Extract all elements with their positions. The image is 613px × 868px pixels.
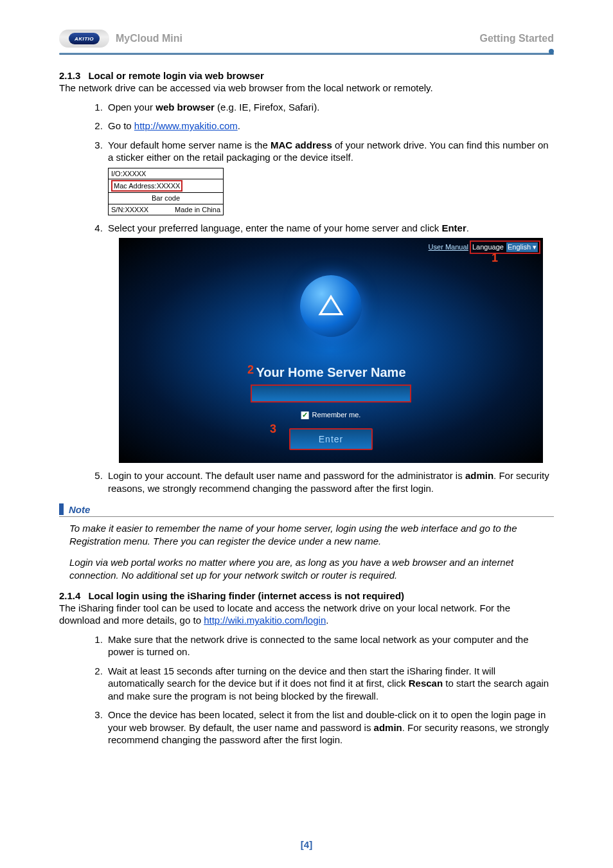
remember-me[interactable]: ✓ Remember me. [301,410,361,419]
step-4: Select your preferred language, enter th… [105,222,554,464]
language-value: English [508,242,531,251]
portal-topbar: User Manual Language English ▾ [429,240,540,253]
section-214-number: 2.1.4 [59,590,80,601]
portal-logo-icon [300,275,362,337]
step-2-text-a: Go to [108,120,134,131]
step-5-text-a: Login to your account. The default user … [108,470,465,481]
sticker-sn-row: S/N:XXXXX Made in China [109,204,223,215]
step-1-text-a: Open your [108,102,155,113]
myakitio-link[interactable]: http://www.myakitio.com [134,120,238,131]
section-214-intro: The iSharing finder tool can be used to … [59,602,554,627]
page-number: [4] [0,839,613,850]
header-divider [59,53,554,55]
portal-screenshot: User Manual Language English ▾ 1 [119,238,543,463]
section-213-number: 2.1.3 [59,70,80,81]
note-p1: To make it easier to remember the name o… [69,522,551,547]
section-name: Getting Started [479,33,554,44]
brand-logo: AKITIO [59,30,109,48]
step214-2-bold: Rescan [409,678,443,689]
section-213-steps: Open your web browser (e.g. IE, Firefox,… [59,101,554,495]
sticker-io-row: I/O:XXXXX [109,168,223,179]
step214-3-bold: admin [374,722,402,733]
section-214-steps: Make sure that the network drive is conn… [59,633,554,746]
section-214-title: Local login using the iSharing finder (i… [88,590,404,601]
step-4-text-a: Select your preferred language, enter th… [108,222,441,233]
wiki-login-link[interactable]: http://wiki.myakitio.com/login [204,615,326,626]
language-select[interactable]: English ▾ [506,242,538,251]
step-1: Open your web browser (e.g. IE, Firefox,… [105,101,554,114]
chevron-down-icon: ▾ [533,242,537,251]
remember-checkbox[interactable]: ✓ [301,411,309,419]
language-label: Language [472,242,504,251]
server-name-label: Your Home Server Name [256,364,405,381]
note-p2: Login via web portal works no matter whe… [69,556,551,581]
marker-2: 2 [247,363,254,377]
step-2: Go to http://www.myakitio.com. [105,120,554,132]
note-box: Note To make it easier to remember the n… [59,503,554,581]
sticker-sn: S/N:XXXXX [111,205,148,214]
header-left: AKITIO MyCloud Mini [59,30,182,48]
sticker-mac: Mac Address:XXXXX [111,180,182,192]
step-5-bold: admin [465,470,493,481]
sticker-mac-row: Mac Address:XXXXX [109,179,223,193]
marker-1: 1 [492,251,498,266]
section-214-intro-b: . [326,615,328,626]
step-5: Login to your account. The default user … [105,469,554,494]
step-3-bold: MAC address [271,140,332,150]
mac-sticker: I/O:XXXXX Mac Address:XXXXX Bar code S/N… [108,168,224,215]
section-214-heading: 2.1.4Local login using the iSharing find… [59,590,554,601]
note-body: To make it easier to remember the name o… [59,517,554,581]
marker-3: 3 [270,422,276,437]
step-1-bold: web browser [155,102,215,113]
step214-3: Once the device has been located, select… [105,709,554,746]
section-213-intro: The network drive can be accessed via we… [59,82,554,95]
section-213-title: Local or remote login via web browser [88,70,263,81]
user-manual-link[interactable]: User Manual [429,242,468,251]
note-label: Note [69,504,90,515]
svg-marker-0 [320,297,342,314]
step214-1: Make sure that the network drive is conn… [105,633,554,658]
step-1-text-c: (e.g. IE, Firefox, Safari). [215,102,319,113]
step-2-text-b: . [238,120,240,131]
sticker-barcode-row: Bar code [109,193,223,204]
sticker-barcode: Bar code [152,194,180,203]
product-name: MyCloud Mini [116,33,182,44]
sticker-io: I/O:XXXXX [111,169,146,178]
server-name-input[interactable] [251,384,411,402]
page-header: AKITIO MyCloud Mini Getting Started [59,26,554,51]
sticker-origin: Made in China [175,205,220,214]
note-accent-bar [59,503,64,515]
page-content: 2.1.3Local or remote login via web brows… [59,55,554,746]
language-selector-box: Language English ▾ [470,240,540,253]
step-3: Your default home server name is the MAC… [105,139,554,215]
remember-label: Remember me. [312,410,361,419]
step-4-text-c: . [466,222,469,233]
enter-button[interactable]: Enter [289,428,373,450]
step214-2: Wait at least 15 seconds after turning o… [105,665,554,703]
note-title-row: Note [59,503,554,515]
step-3-text-a: Your default home server name is the [108,140,271,150]
triangle-icon [317,293,344,320]
step-4-bold: Enter [441,222,466,233]
brand-logo-text: AKITIO [69,33,100,44]
section-213-heading: 2.1.3Local or remote login via web brows… [59,70,554,81]
